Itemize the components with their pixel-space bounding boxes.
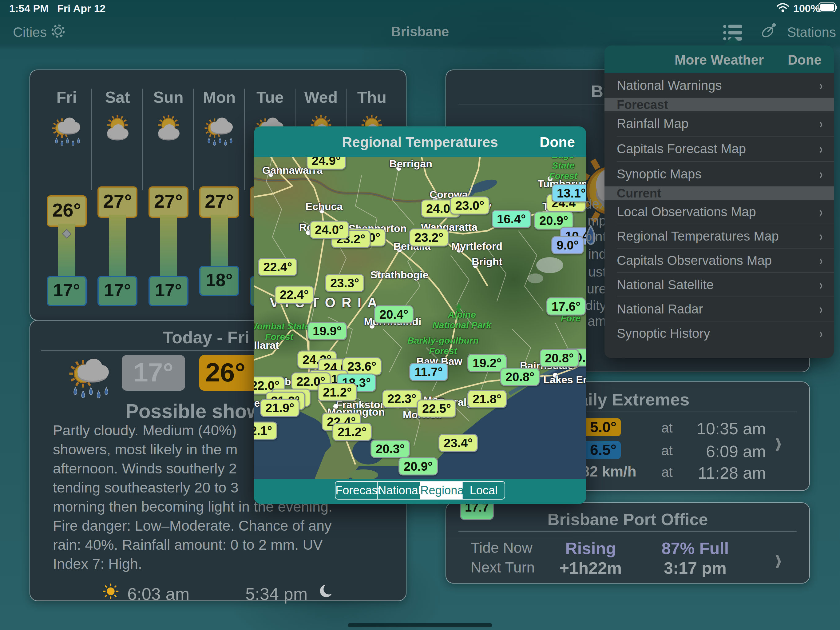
temperature-badge: 22.4° xyxy=(275,286,314,304)
popover-header: More Weather Done xyxy=(605,46,834,73)
popover-item-local-observations-map[interactable]: Local Observations Map› xyxy=(605,200,834,224)
temperature-badge: 23.3° xyxy=(325,274,364,292)
popover-item-capitals-forecast-map[interactable]: Capitals Forecast Map› xyxy=(605,136,834,161)
temp-range-bar xyxy=(109,215,126,278)
modal-header: Regional Temperatures Done xyxy=(254,127,586,157)
extreme-at-label: at xyxy=(662,464,673,480)
sunrise-time: 6:03 am xyxy=(127,584,189,604)
map-mode-segmented-control: ForecastNationalRegionalLocal xyxy=(335,481,505,500)
day-high-temp: 26° xyxy=(47,195,87,227)
temperature-badge: 22.1° xyxy=(254,422,277,440)
town-label: Lakes Entrance xyxy=(543,374,586,386)
divider xyxy=(458,531,797,532)
popover-item-capitals-observations-map[interactable]: Capitals Observations Map› xyxy=(605,249,834,272)
stations-dish-icon[interactable] xyxy=(759,21,779,44)
popover-item-national-warnings[interactable]: National Warnings› xyxy=(605,73,834,98)
extreme-time: 10:35 am xyxy=(689,419,766,438)
status-time: 1:54 PM xyxy=(9,2,49,14)
port-row-label: Next Turn xyxy=(471,559,535,576)
modal-done-button[interactable]: Done xyxy=(540,134,575,150)
chevron-right-icon: › xyxy=(819,200,823,224)
day-label: Sat xyxy=(92,88,143,106)
nav-title: Brisbane xyxy=(0,24,840,40)
town-label: Echuca xyxy=(306,201,343,212)
stations-button[interactable]: Stations xyxy=(787,25,836,40)
temperature-badge: 23.0° xyxy=(450,196,489,215)
extreme-time: 11:28 am xyxy=(689,463,766,482)
chevron-right-icon: › xyxy=(819,321,823,345)
popover-section-forecast: Forecast xyxy=(605,98,834,111)
forecast-day-sun: Sun 27°17° xyxy=(143,70,194,320)
temperature-badge: 20.9° xyxy=(398,457,438,476)
popover-item-synoptic-maps[interactable]: Synoptic Maps› xyxy=(605,162,834,187)
today-weather-icon xyxy=(62,348,117,405)
temperature-badge: 22.4° xyxy=(258,258,297,276)
temp-range-bar xyxy=(211,215,228,268)
temperature-badge: 24.9° xyxy=(306,157,346,170)
battery-icon xyxy=(818,2,838,15)
modal-footer: ForecastNationalRegionalLocal xyxy=(254,479,586,504)
day-high-temp: 27° xyxy=(148,187,188,218)
segment-national[interactable]: National xyxy=(378,482,420,499)
moon-icon xyxy=(317,582,335,601)
temperature-badge: 23.4° xyxy=(439,434,478,452)
popover-done-button[interactable]: Done xyxy=(788,52,821,68)
temperature-badge: 21.2° xyxy=(317,383,357,401)
obs-label-fragment: ind xyxy=(588,246,606,262)
day-low-temp: 18° xyxy=(199,266,239,296)
forest-label: Bago State Forest xyxy=(549,157,578,181)
sun-cloud-rain-icon xyxy=(47,110,87,151)
segment-regional[interactable]: Regional xyxy=(420,482,463,499)
forest-label: Wombat State Forest xyxy=(254,321,310,342)
temperature-badge: 22.3° xyxy=(382,390,422,408)
day-high-temp: 27° xyxy=(199,187,239,218)
chevron-right-icon[interactable]: › xyxy=(775,539,782,578)
nav-bar: Cities Brisbane Stations xyxy=(0,15,840,49)
chevron-right-icon: › xyxy=(819,111,823,136)
popover-section-current: Current xyxy=(605,187,834,200)
forecast-text-line: rain: 40%. Rainfall amount: 0 to 2 mm. U… xyxy=(53,535,400,554)
wifi-icon xyxy=(776,2,789,15)
more-weather-popover: More Weather Done National Warnings›Fore… xyxy=(605,46,834,358)
forest-label: Barkly-goulburn Forest xyxy=(407,335,479,356)
chevron-right-icon: › xyxy=(819,224,823,248)
chevron-right-icon: › xyxy=(819,136,823,161)
popover-item-rainfall-map[interactable]: Rainfall Map› xyxy=(605,111,834,136)
status-bar: 1:54 PM Fri Apr 12 100% xyxy=(0,0,840,15)
regional-temperatures-modal: GannawarraBerriganEchucaRochesterSheppar… xyxy=(254,127,586,504)
regional-temperatures-map[interactable]: GannawarraBerriganEchucaRochesterSheppar… xyxy=(254,157,586,479)
temperature-badge: 20.8° xyxy=(540,349,579,367)
obs-label-fragment: dex xyxy=(584,196,606,212)
segment-forecast[interactable]: Forecast xyxy=(335,482,378,499)
popover-list: National Warnings›ForecastRainfall Map›C… xyxy=(605,73,834,345)
popover-item-synoptic-history[interactable]: Synoptic History› xyxy=(605,321,834,345)
temp-range-bar xyxy=(160,215,177,278)
forecast-day-mon: Mon 27°18° xyxy=(194,70,245,320)
day-low-temp: 17° xyxy=(47,276,87,306)
sun-cloud-rain-icon xyxy=(199,110,239,151)
popover-item-regional-temperatures-map[interactable]: Regional Temperatures Map› xyxy=(605,224,834,248)
home-indicator[interactable] xyxy=(348,623,492,627)
forecast-text-line: Index 7: High. xyxy=(53,554,400,573)
town-label: Berrigan xyxy=(389,158,432,170)
port-title: Brisbane Port Office xyxy=(446,510,809,529)
forecast-day-sat: Sat 27°17° xyxy=(92,70,143,320)
popover-item-national-satellite[interactable]: National Satellite› xyxy=(605,273,834,296)
segment-local[interactable]: Local xyxy=(463,482,505,499)
town-label: Bright xyxy=(472,256,502,268)
temperature-badge: 21.2° xyxy=(332,423,372,441)
port-office-card[interactable]: Brisbane Port Office Tide Now Rising 87%… xyxy=(445,502,810,584)
forest-label: Alpine National Park xyxy=(432,309,491,330)
temperature-badge: 9.0° xyxy=(551,236,584,255)
port-row-value2: 3:17 pm xyxy=(646,558,744,578)
popover-item-national-radar[interactable]: National Radar› xyxy=(605,297,834,321)
extreme-time: 6:09 am xyxy=(689,442,766,461)
forecast-day-fri: Fri 26°17° xyxy=(41,70,92,320)
port-row-value1: Rising xyxy=(551,539,631,558)
port-row-value1: +1h22m xyxy=(551,558,631,578)
sun-cloud-icon xyxy=(98,110,137,151)
town-label: Strathbogie xyxy=(371,269,429,281)
day-label: Thu xyxy=(346,88,397,106)
chevron-right-icon[interactable]: › xyxy=(775,422,782,461)
temperature-badge: 20.8° xyxy=(500,368,540,386)
